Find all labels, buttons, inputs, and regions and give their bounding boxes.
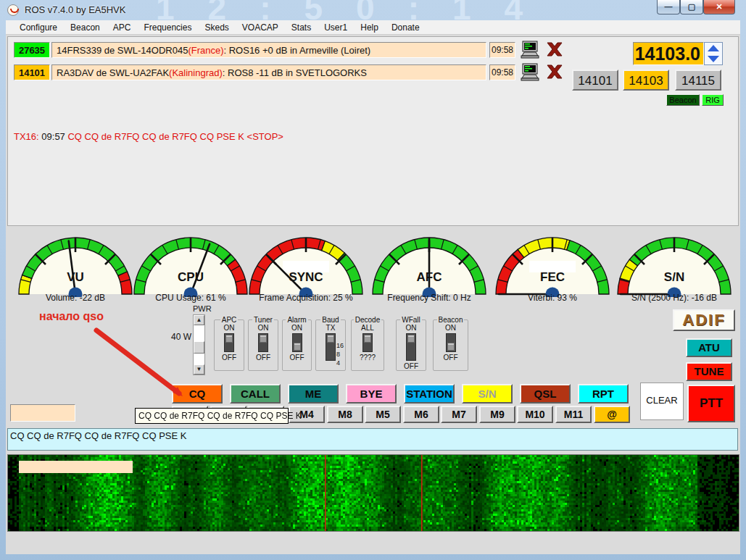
menu-donate[interactable]: Donate [385,21,426,34]
rx-message[interactable]: RA3DAV de SWL-UA2FAK (Kaliningrad): ROS8… [51,64,486,80]
power-slider[interactable]: ▲ ▼ [193,314,205,375]
close-button[interactable]: ✕ [703,0,735,14]
client-area: 27635 14FRS339 de SWL-14ODR045 (France):… [6,35,740,554]
m10-button[interactable]: M10 [517,406,553,423]
toggle-switch[interactable] [406,333,416,361]
slider-up-icon[interactable]: ▲ [194,315,204,325]
menu-voacap[interactable]: VOACAP [236,21,285,34]
rig-indicator-button[interactable]: RIG [702,94,724,106]
me-button[interactable]: ME [288,384,339,404]
terminal-icon[interactable] [520,41,540,58]
power-label: PWR [193,304,212,313]
ptt-button[interactable]: PTT [687,385,735,422]
m11-button[interactable]: M11 [555,406,592,423]
clear-button[interactable]: CLEAR [640,383,684,420]
toggle-off-label: OFF [256,354,270,362]
cq-button[interactable]: CQ [172,384,223,404]
adif-button[interactable]: ADIF [673,309,735,331]
toggle-switch[interactable] [446,333,456,352]
toggle-switch[interactable] [292,333,302,352]
gauge-sn: S/NS/N (2500 Hz): -16 dB [613,230,736,306]
station-button[interactable]: STATION [404,384,455,404]
at-button[interactable]: @ [594,406,630,423]
tx-message: CQ CQ de R7FQ CQ de R7FQ CQ PSE K <STOP> [67,131,283,142]
gauge-cpu: CPUCPU Usage: 61 % [129,230,252,306]
preset-14101[interactable]: 14101 [572,70,618,91]
gauge-caption: CPU Usage: 61 % [129,293,252,303]
gauge-fec: FECViterbi: 93 % [491,230,614,306]
toggle-switch[interactable] [224,333,234,352]
toggle-off-label: OFF [222,354,236,362]
rx-time: 09:58 [489,42,515,58]
rpt-button[interactable]: RPT [578,384,629,404]
toggle-title: Tuner [252,316,274,324]
annotation-text: начало qso [39,310,104,323]
delete-icon[interactable] [544,41,565,58]
menu-beacon[interactable]: Beacon [64,21,107,34]
frequency-display[interactable]: 14103.0 [633,42,704,65]
m8-button[interactable]: M8 [327,406,363,423]
m7-button[interactable]: M7 [441,406,477,423]
menu-stats[interactable]: Stats [285,21,318,34]
toggle-off-label: OFF [404,362,418,370]
preset-14103[interactable]: 14103 [623,70,669,91]
frequency-spinner[interactable] [704,42,723,65]
toggle-switch[interactable] [326,333,336,361]
tx-message-textarea[interactable]: CQ CQ de R7FQ CQ de R7FQ CQ PSE K [7,428,738,451]
bye-button[interactable]: BYE [346,384,397,404]
rx-message-rest: : ROS8 -11 dB in SVETLOGORKS [223,67,367,78]
toggle-all-label: ALL [361,324,374,332]
toggle-switch[interactable] [362,333,373,352]
gauge-caption: S/N (2500 Hz): -16 dB [613,293,736,303]
toggle-title: Decode [354,316,381,324]
rx-frequency-badge[interactable]: 27635 [14,42,50,58]
toggle-off-label: OFF [290,354,304,362]
svg-text:VU: VU [67,270,84,284]
gauge-sync: SYNCFrame Acquisition: 25 % [244,230,368,306]
atu-button[interactable]: ATU [686,338,732,357]
menu-configure[interactable]: Configure [13,21,64,34]
toggle-unknown-label: ???? [360,354,376,362]
spin-up-icon[interactable] [705,43,722,54]
preset-14115[interactable]: 14115 [675,70,721,91]
menu-frequencies[interactable]: Frequencies [137,21,198,34]
menu-apc[interactable]: APC [107,21,138,34]
waterfall-overlay-box [19,461,133,473]
qsl-button[interactable]: QSL [520,384,571,404]
rx-message[interactable]: 14FRS339 de SWL-14ODR045 (France): ROS16… [51,42,486,58]
maximize-button[interactable]: ▢ [680,0,703,14]
spin-down-icon[interactable] [705,54,722,64]
gauge-afc: AFCFrequency Shift: 0 Hz [368,230,491,306]
menu-user1[interactable]: User1 [318,21,354,34]
m5-button[interactable]: M5 [365,406,401,423]
power-value: 40 W [171,332,191,342]
gauge-caption: Frame Acquisition: 25 % [244,293,368,303]
toggle-title: APC [220,316,239,324]
toggle-on-label: ON [258,324,269,332]
beacon-indicator-button[interactable]: Beacon [666,94,700,106]
tx-status-line: TX16: 09:57 CQ CQ de R7FQ CQ de R7FQ CQ … [14,131,283,142]
rx-message-text: RA3DAV de SWL-UA2FAK [57,67,169,78]
slider-thumb[interactable] [194,341,204,354]
callsign-input[interactable] [10,404,75,422]
toggle-tuner: Tuner ON OFF [248,316,278,371]
call-button[interactable]: CALL [230,384,281,404]
toggle-baud: Baud TX 1684 [315,316,346,371]
menu-skeds[interactable]: Skeds [198,21,235,34]
app-window: 12:50:14 ROS v7.4.0 by EA5HVK — ▢ ✕ Conf… [0,0,746,560]
rx-frequency-badge[interactable]: 14101 [14,64,50,80]
m6-button[interactable]: M6 [403,406,439,423]
menu-help[interactable]: Help [354,21,385,34]
slider-down-icon[interactable]: ▼ [194,364,204,375]
waterfall-display[interactable] [7,454,739,532]
terminal-icon[interactable] [520,63,540,80]
sn-button[interactable]: S/N [462,384,513,404]
m9-button[interactable]: M9 [479,406,515,423]
minimize-button[interactable]: — [657,0,680,14]
toggle-switch[interactable] [258,333,268,352]
toggle-title: Baud [320,316,340,324]
delete-icon[interactable] [544,63,565,80]
toggle-on-label: ON [291,324,302,332]
toggle-off-label: OFF [444,354,458,362]
tune-button[interactable]: TUNE [686,362,732,381]
